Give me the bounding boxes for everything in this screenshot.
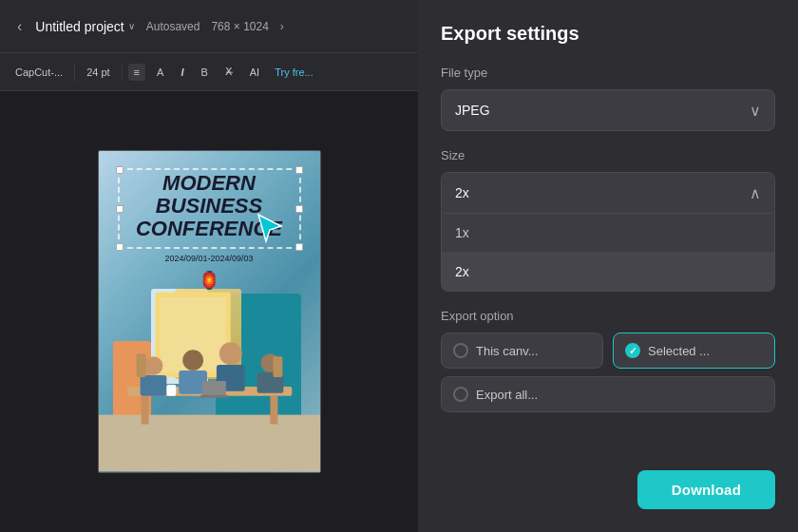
text-color-button[interactable]: A bbox=[151, 64, 169, 81]
size-dropdown-container: 2x ∧ 1x 2x bbox=[441, 172, 775, 292]
text-align-button[interactable]: ≡ bbox=[128, 64, 145, 81]
export-all-label: Export all... bbox=[476, 388, 538, 402]
handle-bot-left[interactable] bbox=[116, 243, 124, 251]
project-name[interactable]: Untitled project ∨ bbox=[35, 19, 134, 34]
toolbar-divider-2 bbox=[122, 63, 123, 82]
svg-point-10 bbox=[218, 342, 241, 365]
export-option-label: Export option bbox=[441, 309, 775, 323]
svg-rect-0 bbox=[99, 415, 320, 471]
selected-radio bbox=[625, 343, 640, 358]
top-bar: ‹ Untitled project ∨ Autosaved 768 × 102… bbox=[0, 0, 418, 53]
file-type-value: JPEG bbox=[455, 103, 490, 118]
file-type-chevron-icon: ∨ bbox=[750, 102, 761, 120]
project-chevron-icon: ∨ bbox=[128, 21, 135, 31]
panel-title: Export settings bbox=[441, 23, 775, 45]
size-dropdown-trigger[interactable]: 2x ∧ bbox=[441, 172, 775, 214]
strikethrough-button[interactable]: X̶ bbox=[219, 63, 238, 81]
download-button[interactable]: Download bbox=[637, 470, 775, 509]
autosaved-label: Autosaved bbox=[146, 20, 200, 33]
svg-rect-4 bbox=[141, 396, 148, 425]
italic-button[interactable]: I bbox=[175, 64, 189, 81]
try-free-link[interactable]: Try fre... bbox=[275, 66, 314, 78]
export-all-option[interactable]: Export all... bbox=[441, 376, 775, 412]
size-label: Size bbox=[441, 148, 775, 162]
poster-canvas[interactable]: MODERN BUSINESS CONFERENCE 2024/09/01-20… bbox=[98, 150, 321, 473]
svg-rect-14 bbox=[202, 381, 226, 396]
project-name-text: Untitled project bbox=[35, 19, 124, 34]
svg-point-8 bbox=[182, 350, 203, 370]
size-option-1x[interactable]: 1x bbox=[442, 214, 774, 253]
svg-marker-19 bbox=[258, 215, 281, 241]
this-canvas-label: This canv... bbox=[476, 344, 539, 358]
handle-bot-right[interactable] bbox=[295, 243, 303, 251]
svg-point-6 bbox=[143, 356, 162, 375]
download-button-wrapper: Download bbox=[441, 470, 775, 509]
svg-rect-7 bbox=[140, 375, 166, 396]
text-toolbar: CapCut-... 24 pt ≡ A I B X̶ AI Try fre..… bbox=[0, 53, 418, 91]
font-size-selector[interactable]: 24 pt bbox=[81, 64, 115, 81]
poster-title: MODERN BUSINESS CONFERENCE bbox=[99, 172, 320, 241]
canvas-dimensions: 768 × 1024 bbox=[211, 20, 268, 33]
poster-illustration bbox=[99, 282, 320, 472]
back-button[interactable]: ‹ bbox=[11, 14, 28, 39]
file-type-label: File type bbox=[441, 66, 775, 80]
selected-option[interactable]: Selected ... bbox=[613, 332, 775, 369]
export-panel: Export settings File type JPEG ∨ Size 2x… bbox=[418, 0, 798, 532]
size-chevron-up-icon: ∧ bbox=[750, 184, 761, 202]
export-options-row: This canv... Selected ... bbox=[441, 332, 775, 369]
size-dropdown-options: 1x 2x bbox=[441, 214, 775, 292]
toolbar-divider-1 bbox=[74, 63, 75, 82]
bold-button[interactable]: B bbox=[195, 64, 213, 81]
this-canvas-option[interactable]: This canv... bbox=[441, 332, 603, 369]
size-option-2x[interactable]: 2x bbox=[442, 253, 774, 291]
editor-panel: ‹ Untitled project ∨ Autosaved 768 × 102… bbox=[0, 0, 418, 532]
svg-rect-15 bbox=[200, 395, 228, 398]
export-all-radio bbox=[453, 387, 468, 402]
dimensions-arrow: › bbox=[280, 20, 284, 33]
font-family-selector[interactable]: CapCut-... bbox=[10, 64, 68, 81]
file-type-dropdown[interactable]: JPEG ∨ bbox=[441, 89, 775, 131]
poster-date: 2024/09/01-2024/09/03 bbox=[99, 254, 320, 263]
this-canvas-radio bbox=[453, 343, 468, 358]
canvas-area: MODERN BUSINESS CONFERENCE 2024/09/01-20… bbox=[0, 91, 418, 532]
svg-rect-5 bbox=[270, 396, 277, 425]
ai-text-button[interactable]: AI bbox=[244, 64, 265, 81]
selected-label: Selected ... bbox=[648, 344, 710, 358]
size-value: 2x bbox=[455, 185, 469, 200]
svg-rect-17 bbox=[136, 353, 145, 377]
svg-rect-18 bbox=[273, 356, 282, 377]
svg-rect-16 bbox=[166, 385, 176, 396]
